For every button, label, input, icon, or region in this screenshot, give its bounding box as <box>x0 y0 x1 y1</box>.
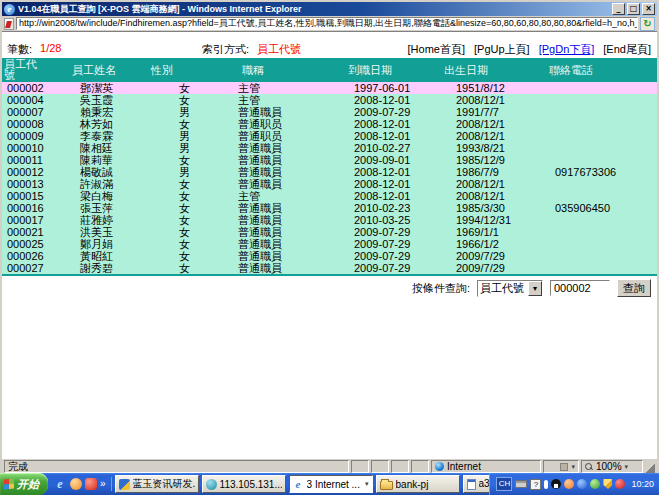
close-button[interactable]: × <box>642 3 655 15</box>
refresh-button[interactable]: ↻ <box>640 17 655 31</box>
employee-row[interactable]: 000015梁白梅女主管2008-12-012008/12/1 <box>2 190 657 202</box>
qq-tray-icon[interactable] <box>551 479 561 489</box>
record-count-label: 筆數: <box>7 42 32 57</box>
nav-pgup-link[interactable]: [PgUp上頁] <box>474 42 530 57</box>
cell-name: 張玉萍 <box>62 202 147 214</box>
chevron-down-icon[interactable]: ▾ <box>528 281 542 296</box>
status-pane-2 <box>371 460 389 473</box>
pagination-nav: [Home首頁] [PgUp上頁] [PgDn下頁] [End尾頁] <box>408 42 657 57</box>
protected-mode-pane[interactable]: ▾ <box>543 460 579 473</box>
security-alert-icon[interactable] <box>615 479 625 489</box>
cell-no: 000026 <box>2 250 62 262</box>
cell-name: 梁白梅 <box>62 190 147 202</box>
employee-row[interactable]: 000016張玉萍女普通職員2010-02-231985/3/300359064… <box>2 202 657 214</box>
cell-sex: 女 <box>147 94 222 106</box>
tray-clock[interactable]: 10:20 <box>631 479 654 489</box>
nav-end-link[interactable]: [End尾頁] <box>603 42 651 57</box>
taskbar-button-accounting-doc[interactable]: a3.會計帳作... <box>463 475 490 493</box>
cell-birth_date: 2008/12/1 <box>422 178 537 190</box>
employee-row[interactable]: 000017莊雅婷女普通職員2010-03-251994/12/31 <box>2 214 657 226</box>
title-bar[interactable]: e V1.04在職員工查詢 [X-POS 雲端商務網] - Windows In… <box>2 2 657 16</box>
nav-pgdn-link[interactable]: [PgDn下頁] <box>539 42 595 57</box>
cell-hire_date: 2008-12-01 <box>322 166 422 178</box>
updater-tray-icon[interactable] <box>590 479 600 489</box>
cell-no: 000002 <box>2 82 62 94</box>
employee-row[interactable]: 000002鄧潔英女主管1997-06-011951/8/12 <box>2 82 657 94</box>
cell-title: 普通職員 <box>222 202 322 214</box>
alert-icon[interactable] <box>544 480 548 489</box>
query-field-select[interactable]: 員工代號 ▾ <box>477 280 543 297</box>
employee-row[interactable]: 000012楊敬誠男普通職員2008-12-011986/7/909176733… <box>2 166 657 178</box>
cell-name: 吳玉霞 <box>62 94 147 106</box>
cell-sex: 女 <box>147 118 222 130</box>
taskbar-button-internet-group[interactable]: e 3 Internet ... ▾ <box>289 475 373 493</box>
windows-flag-icon <box>4 479 14 490</box>
employee-row[interactable]: 000009李泰霖男普通职员2008-12-012008/12/1 <box>2 130 657 142</box>
employee-row[interactable]: 000011陳莉華女普通職員2009-09-011985/12/9 <box>2 154 657 166</box>
cell-title: 普通職員 <box>222 154 322 166</box>
cell-title: 普通職員 <box>222 250 322 262</box>
mail-quicklaunch-icon[interactable] <box>85 478 97 490</box>
nav-home-link[interactable]: [Home首頁] <box>408 42 465 57</box>
resize-grip[interactable] <box>645 460 655 473</box>
chevron-down-icon: ▾ <box>365 480 369 488</box>
qq-quicklaunch-icon[interactable] <box>70 478 82 490</box>
employee-row[interactable]: 000008林芳如女普通职员2008-12-012008/12/1 <box>2 118 657 130</box>
cell-hire_date: 2009-07-29 <box>322 226 422 238</box>
cell-title: 普通职员 <box>222 130 322 142</box>
cell-birth_date: 1993/8/21 <box>422 142 537 154</box>
cell-title: 普通職員 <box>222 226 322 238</box>
security-zone-label: Internet <box>447 461 481 472</box>
network-icon <box>206 479 217 490</box>
wangwang-tray-icon[interactable] <box>564 479 574 489</box>
employee-row[interactable]: 000013許淑滿女普通職員2008-12-012008/12/1 <box>2 178 657 190</box>
query-bar: 按條件查詢: 員工代號 ▾ 000002 查詢 <box>2 279 657 297</box>
employee-row[interactable]: 000026黃昭紅女普通職員2009-07-292009/7/29 <box>2 250 657 262</box>
language-indicator[interactable]: CH <box>496 477 512 491</box>
cell-phone <box>537 106 657 118</box>
query-submit-button[interactable]: 查詢 <box>617 279 651 297</box>
taskbar-button-remote[interactable]: 113.105.131.... <box>202 475 286 493</box>
index-mode-group: 索引方式: 員工代號 <box>202 42 301 57</box>
cell-hire_date: 2009-07-29 <box>322 106 422 118</box>
shield-icon[interactable] <box>603 479 612 489</box>
record-count-value: 1/28 <box>40 42 61 57</box>
url-input[interactable]: http://win2008/tw/include/Findhiremen.as… <box>16 17 638 30</box>
minimize-button[interactable]: _ <box>612 3 625 15</box>
help-icon[interactable]: ? <box>530 479 541 490</box>
employee-row[interactable]: 000025鄭月娟女普通職員2009-07-291966/1/2 <box>2 238 657 250</box>
system-tray: CH ? 10:20 <box>489 473 659 495</box>
cell-title: 普通職員 <box>222 178 322 190</box>
start-button[interactable]: 开始 <box>0 473 48 495</box>
cell-name: 楊敬誠 <box>62 166 147 178</box>
messenger-tray-icon[interactable] <box>577 479 587 489</box>
overflow-chevron-icon[interactable]: » <box>100 477 106 491</box>
page-content: 筆數: 1/28 索引方式: 員工代號 [Home首頁] [PgUp上頁] [P… <box>2 32 657 459</box>
cell-name: 賴秉宏 <box>62 106 147 118</box>
query-value-input[interactable]: 000002 <box>550 280 610 296</box>
cell-birth_date: 1991/7/7 <box>422 106 537 118</box>
header-hire-date: 到職日期 <box>322 58 422 82</box>
taskbar-button-lanyu[interactable]: 蓝玉资讯研发... <box>115 475 199 493</box>
folder-icon <box>380 481 393 490</box>
taskbar-button-bankpj[interactable]: bank-pj <box>376 475 460 493</box>
employee-row[interactable]: 000027謝秀碧女普通職員2009-07-292009/7/29 <box>2 262 657 275</box>
status-pane-1 <box>351 460 369 473</box>
cell-phone <box>537 250 657 262</box>
employee-row[interactable]: 000021洪美玉女普通職員2009-07-291969/1/1 <box>2 226 657 238</box>
cell-birth_date: 1966/1/2 <box>422 238 537 250</box>
employee-row[interactable]: 000010陳相廷男普通職員2010-02-271993/8/21 <box>2 142 657 154</box>
cell-phone <box>537 214 657 226</box>
zoom-control[interactable]: 100% ▾ <box>581 460 643 473</box>
cell-birth_date: 1985/3/30 <box>422 202 537 214</box>
employee-row[interactable]: 000004吳玉霞女主管2008-12-012008/12/1 <box>2 94 657 106</box>
cell-hire_date: 2010-03-25 <box>322 214 422 226</box>
employee-row[interactable]: 000007賴秉宏男普通職員2009-07-291991/7/7 <box>2 106 657 118</box>
maximize-button[interactable]: □ <box>627 3 640 15</box>
ie-logo-icon: e <box>4 4 15 15</box>
cell-name: 黃昭紅 <box>62 250 147 262</box>
cell-no: 000007 <box>2 106 62 118</box>
cell-no: 000016 <box>2 202 62 214</box>
printer-icon[interactable] <box>515 480 527 488</box>
ie-quicklaunch-icon[interactable]: e <box>53 477 67 491</box>
